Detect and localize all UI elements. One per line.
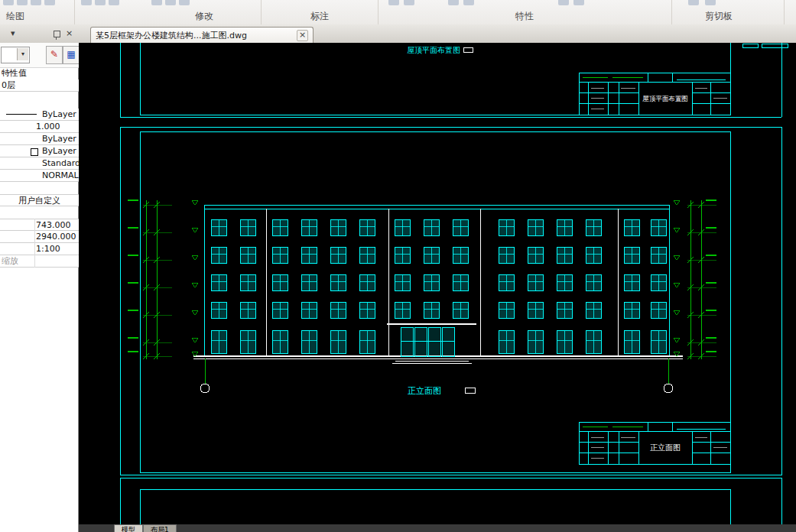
edit-selection-button[interactable]: ▦ [63,46,80,64]
property-value: ByLayer [42,109,76,120]
property-row[interactable]: 1.000 [0,121,79,133]
toolbar-icon[interactable] [463,0,474,5]
property-value: ByLayer [42,145,76,157]
ribbon-separator [74,0,75,24]
linetype-swatch [6,114,37,115]
property-value: 2940.000 [36,231,76,242]
ribbon-separator [784,0,785,24]
ribbon: 绘图 修改 标注 特性 剪切板 [0,0,796,25]
scale-box [465,388,475,393]
properties-palette: ▾ ✎ ▦ 特性值 0层 ByLayer 1.000 ByLayer ByLay… [0,43,79,532]
palette-menu-icon[interactable]: ▾ [11,29,15,38]
ribbon-group-draw[interactable]: 绘图 [6,10,24,23]
property-row[interactable]: 743.000 [0,219,79,231]
property-value: 743.000 [36,219,71,231]
toolbar-icon[interactable] [448,0,459,5]
property-row[interactable]: ByLayer [0,109,79,121]
toolbar-icon[interactable] [388,0,399,5]
toolbar-icon[interactable] [573,0,584,5]
property-row[interactable]: 2940.000 [0,231,79,243]
toolbar-icon[interactable] [3,0,14,5]
document-tabbar: ▾ × 某5层框架办公楼建筑结构...施工图.dwg × [0,24,796,44]
toolbar-icon[interactable] [688,0,699,5]
sheet-elevation-border [120,127,781,475]
elevation-title: 正立面图 [408,386,441,396]
property-value: 1.000 [36,121,60,132]
property-row[interactable]: NORMAL [0,170,79,182]
toolbar-icon[interactable] [95,0,106,5]
palette-pin-icon[interactable] [54,31,60,37]
sheet-bottom [120,478,781,524]
titleblock-elevation-name: 正立面图 [650,443,681,452]
property-value: NORMAL [42,170,79,181]
property-row[interactable]: 1:100 [0,243,79,255]
toolbar-icon[interactable] [109,0,119,5]
titleblock-top-name: 屋顶平面布置图 [642,95,688,102]
property-row[interactable]: ByLayer [0,145,79,157]
property-row-layer[interactable]: 0层 [0,79,79,92]
chevron-down-icon[interactable]: ▾ [17,48,28,60]
ribbon-separator [261,0,262,24]
ribbon-group-clipboard[interactable]: 剪切板 [705,10,733,23]
ribbon-separator [671,0,672,24]
toolbar-icon[interactable] [404,0,414,5]
scale-box [463,47,473,52]
elevation-drawing [128,200,716,393]
toolbar-icon[interactable] [81,0,92,5]
color-swatch [31,148,38,156]
selection-combobox[interactable]: ▾ [1,47,30,63]
quick-select-button[interactable]: ✎ [46,46,63,64]
property-row-section[interactable]: 用户自定义 [0,194,79,206]
sheet-top-title: 屋顶平面布置图 [407,46,460,54]
ribbon-group-modify[interactable]: 修改 [195,10,213,23]
toolbar-icon[interactable] [165,0,176,5]
toolbar-icon[interactable] [17,0,28,5]
palette-close-icon[interactable]: × [66,29,73,38]
palette-header: 特性值 [0,67,79,79]
property-value: ByLayer [42,133,76,144]
property-value: Standard [42,157,79,169]
entrance-doors [387,324,476,363]
property-value: 0层 [2,79,15,91]
ribbon-separator [378,0,379,24]
toolbar-icon[interactable] [179,0,190,5]
ribbon-group-properties[interactable]: 特性 [515,10,534,23]
toolbar-icon[interactable] [151,0,162,5]
tab-layout1[interactable]: 布局1 [143,524,177,532]
drawing-canvas[interactable]: 屋顶平面布置图 屋顶平面布置图 [79,43,796,524]
tab-model[interactable]: 模型 [114,524,143,532]
toolbar-icon[interactable] [705,0,716,5]
layout-tab-strip: 模型 布局1 [79,524,796,532]
titleblock-top [579,73,730,115]
property-value: 缩放 [2,255,18,267]
document-tab-close-icon[interactable]: × [297,30,308,41]
property-value: 用户自定义 [18,195,60,206]
toolbar-icon[interactable] [44,0,55,5]
toolbar-icon[interactable] [558,0,569,5]
document-tab[interactable]: 某5层框架办公楼建筑结构...施工图.dwg × [90,27,314,43]
document-tab-title: 某5层框架办公楼建筑结构...施工图.dwg [96,30,292,41]
property-row[interactable]: 缩放 [0,255,79,268]
palette-column-divider [34,219,35,268]
property-row[interactable]: Standard [0,157,79,170]
cad-application-window: 绘图 修改 标注 特性 剪切板 ▾ × 某5层框架办公楼建筑结构...施工图.d… [0,0,796,532]
ribbon-group-annotate[interactable]: 标注 [310,10,329,23]
property-value: 1:100 [36,243,60,255]
cad-drawing[interactable]: 屋顶平面布置图 屋顶平面布置图 [79,43,796,524]
palette-toolbar: ▾ ✎ ▦ [0,43,79,68]
property-row[interactable]: ByLayer [0,133,79,145]
toolbar-icon[interactable] [31,0,41,5]
